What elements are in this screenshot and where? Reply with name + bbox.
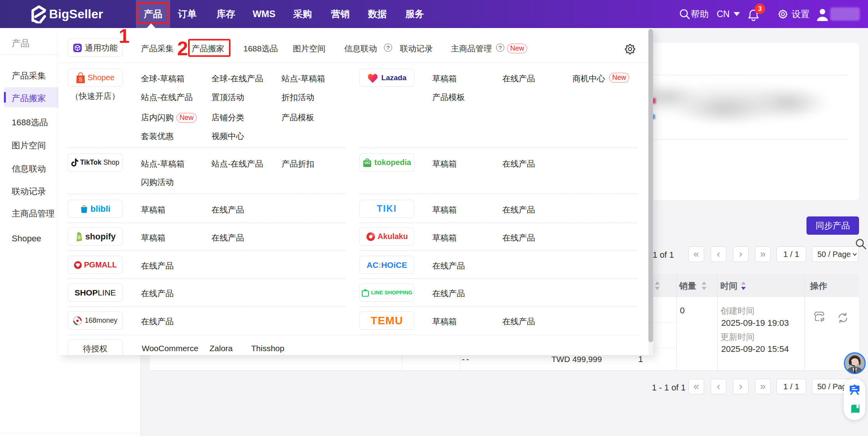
svg-text:S: S (77, 235, 81, 240)
svg-text:S: S (79, 76, 82, 83)
